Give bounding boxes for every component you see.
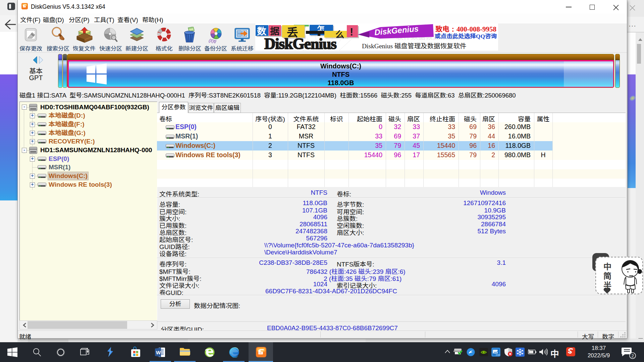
svg-text:DiskGenius 磁盘管理及数据恢复软件: DiskGenius 磁盘管理及数据恢复软件 [362, 41, 466, 50]
svg-text:数: 数 [257, 24, 267, 37]
svg-text:么: 么 [335, 27, 344, 40]
svg-text:2: 2 [632, 353, 634, 358]
svg-text:丢: 丢 [287, 23, 298, 40]
svg-text:或点击此处选择QQ咨询: 或点击此处选择QQ咨询 [435, 32, 497, 40]
svg-text:!: ! [350, 26, 353, 38]
svg-text:据: 据 [270, 24, 279, 37]
svg-text:intel: intel [496, 354, 500, 356]
svg-text:W: W [156, 350, 161, 355]
